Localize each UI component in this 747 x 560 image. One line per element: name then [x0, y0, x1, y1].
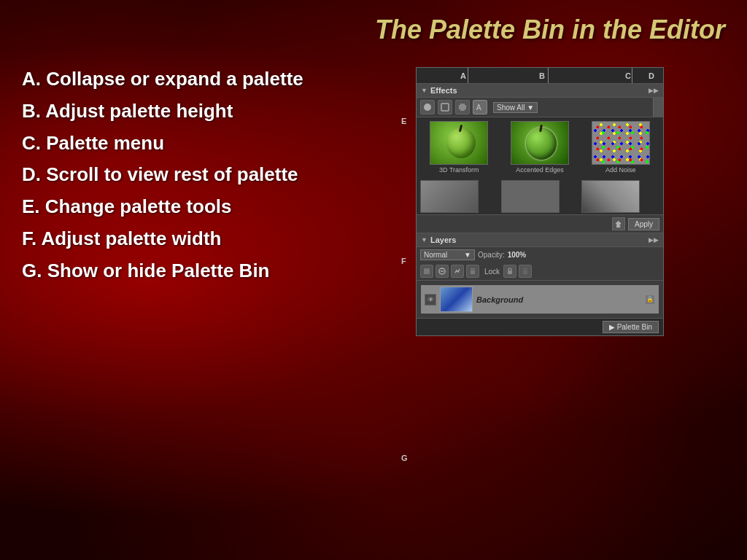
- lock-check-icon[interactable]: [503, 265, 516, 278]
- layer-tool-2[interactable]: [436, 265, 449, 278]
- ruler-label-c: C: [625, 71, 631, 80]
- label-g-text: Show or hide Palette Bin: [47, 260, 270, 281]
- label-d-id: D.: [22, 163, 46, 185]
- panel-screenshot: A B C D ▼ Effects ▶▶: [416, 67, 664, 336]
- layer-thumbnail: [440, 287, 473, 312]
- label-d: D. Scroll to view rest of palette: [22, 163, 379, 187]
- label-c-id: C.: [22, 132, 46, 154]
- thumbnails-row2: [417, 177, 663, 214]
- effects-title: Effects: [430, 86, 457, 95]
- show-all-dropdown[interactable]: Show All ▼: [493, 102, 538, 113]
- toolbar-row[interactable]: A Show All ▼: [417, 98, 663, 117]
- ruler-label-a: A: [460, 71, 466, 80]
- label-b: B. Adjust palette height: [22, 99, 379, 124]
- layer-lock-icon[interactable]: 🔒: [645, 295, 655, 305]
- thumb-img-accented: [511, 121, 569, 165]
- divider-b: [548, 68, 549, 83]
- panel-wrapper: A B C D ▼ Effects ▶▶: [401, 67, 664, 336]
- label-b-id: B.: [22, 100, 45, 122]
- layer-list: 👁 Background 🔒: [417, 281, 663, 318]
- label-e: E. Change palette tools: [22, 195, 379, 219]
- effects-header: ▼ Effects ▶▶: [417, 84, 663, 98]
- ruler-label-d: D: [649, 71, 654, 80]
- tool-icon-4[interactable]: A: [473, 100, 487, 114]
- effects-expand-icon: ▶▶: [649, 87, 659, 94]
- svg-text:A: A: [476, 104, 481, 112]
- g-bottom-bar: ▶ Palette Bin: [417, 318, 663, 335]
- label-g-id: G.: [22, 260, 47, 281]
- label-b-text: Adjust palette height: [45, 100, 233, 122]
- opacity-value: 100%: [508, 251, 527, 259]
- label-d-text: Scroll to view rest of palette: [46, 163, 298, 185]
- effects-title-row: ▼ Effects: [421, 86, 457, 95]
- thumb-3d-transform[interactable]: 3D Transform: [420, 121, 498, 174]
- layer-tools: Lock: [417, 262, 663, 281]
- trash-icon[interactable]: 🗑: [612, 217, 625, 230]
- blend-mode-dropdown[interactable]: Normal ▼: [420, 249, 475, 260]
- ruler-label-b: B: [539, 71, 545, 80]
- thumb-label-noise: Add Noise: [605, 166, 636, 174]
- f-action-bar: 🗑 Apply: [417, 214, 663, 233]
- scroll-bar-effects[interactable]: [653, 98, 663, 117]
- eye-visibility-icon[interactable]: 👁: [425, 294, 436, 306]
- layers-controls: Normal ▼ Opacity: 100%: [417, 247, 663, 262]
- ruler-bar: A B C D: [417, 68, 663, 84]
- label-g: G. Show or hide Palette Bin: [22, 259, 379, 284]
- label-f: F. Adjust palette width: [22, 227, 379, 252]
- background-layer-row[interactable]: 👁 Background 🔒: [421, 285, 659, 314]
- label-c: C. Palette menu: [22, 131, 379, 156]
- lock-icon-2[interactable]: [519, 265, 532, 278]
- label-c-text: Palette menu: [46, 132, 164, 154]
- palette-bin-label: Palette Bin: [617, 323, 652, 331]
- effects-collapse-icon: ▼: [421, 87, 427, 94]
- label-f-text: Adjust palette width: [41, 228, 221, 249]
- svg-rect-1: [441, 104, 449, 111]
- side-label-g: G: [401, 454, 408, 462]
- thumb-small-2[interactable]: [501, 180, 560, 213]
- label-e-id: E.: [22, 195, 45, 217]
- svg-rect-10: [508, 271, 512, 274]
- tool-icon-1[interactable]: [420, 100, 435, 114]
- layers-expand-icon: ▶▶: [649, 236, 659, 244]
- palette-bin-button[interactable]: ▶ Palette Bin: [603, 321, 659, 333]
- blend-dropdown-arrow: ▼: [464, 251, 471, 259]
- label-a-text: Collapse or expand a palette: [46, 68, 303, 90]
- layers-collapse-icon: ▼: [421, 236, 427, 244]
- thumb-small-1[interactable]: [420, 180, 479, 213]
- layers-title-row: ▼ Layers: [421, 236, 456, 244]
- layers-title: Layers: [430, 236, 456, 244]
- thumb-label-3d: 3D Transform: [439, 166, 479, 174]
- layer-tool-4[interactable]: [466, 265, 479, 278]
- thumb-add-noise[interactable]: Add Noise: [581, 121, 659, 174]
- palette-bin-arrow-icon: ▶: [609, 323, 615, 331]
- thumb-accented-edges[interactable]: Accented Edges: [501, 121, 579, 174]
- opacity-label: Opacity:: [478, 251, 505, 259]
- thumb-label-accented: Accented Edges: [516, 166, 564, 174]
- label-a-id: A.: [22, 68, 46, 90]
- lock-label: Lock: [484, 268, 500, 276]
- tool-icon-3[interactable]: [455, 100, 470, 114]
- thumbnails-grid: 3D Transform Accented Edges Add Noise: [417, 117, 663, 177]
- divider-a: [468, 68, 468, 83]
- dropdown-arrow-icon: ▼: [527, 104, 534, 112]
- thumb-img-3d-transform: [430, 121, 488, 165]
- page-title: The Palette Bin in the Editor: [22, 15, 725, 45]
- main-area: A. Collapse or expand a palette B. Adjus…: [22, 67, 725, 336]
- svg-point-0: [424, 104, 431, 111]
- thumb-small-3[interactable]: [581, 180, 640, 213]
- label-e-text: Change palette tools: [45, 195, 232, 217]
- show-all-label: Show All: [497, 104, 525, 112]
- divider-c: [632, 68, 632, 83]
- side-label-e: E: [401, 117, 406, 125]
- layers-header: ▼ Layers ▶▶: [417, 233, 663, 247]
- label-a: A. Collapse or expand a palette: [22, 67, 379, 92]
- main-content: The Palette Bin in the Editor A. Collaps…: [0, 0, 747, 560]
- apply-button[interactable]: Apply: [628, 218, 659, 230]
- side-label-f: F: [401, 257, 406, 265]
- svg-rect-5: [424, 268, 430, 274]
- layer-name: Background: [476, 295, 641, 304]
- tool-icon-2[interactable]: [438, 100, 452, 114]
- layer-tool-1[interactable]: [420, 265, 433, 278]
- svg-rect-8: [471, 268, 475, 274]
- layer-tool-3[interactable]: [451, 265, 464, 278]
